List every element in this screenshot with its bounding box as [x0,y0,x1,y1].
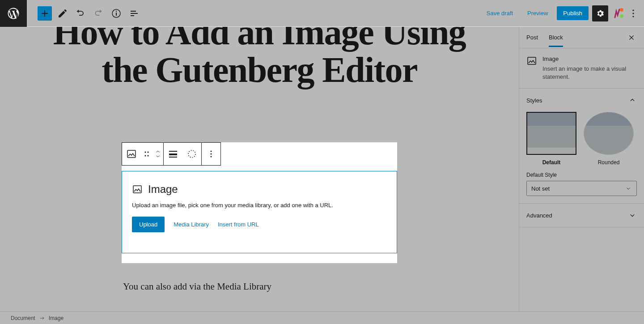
wordpress-icon [7,7,20,20]
style-label-rounded: Rounded [584,159,634,166]
dotted-circle-icon [186,149,197,159]
svg-rect-5 [131,15,134,16]
default-style-label: Default Style [526,172,637,178]
chevron-up-icon [155,149,161,154]
style-option-rounded[interactable]: Rounded [584,112,634,166]
default-style-select[interactable]: Not set [526,181,637,196]
dots-vertical-icon [206,149,216,159]
svg-point-13 [145,155,146,157]
tab-block[interactable]: Block [549,28,563,47]
image-icon [126,149,137,159]
placeholder-description: Upload an image file, pick one from your… [132,202,387,209]
style-preview-rounded [584,112,634,155]
upload-button[interactable]: Upload [132,217,165,232]
image-icon [526,55,537,66]
more-menu-button[interactable] [626,6,640,21]
chevron-down-icon [155,154,161,158]
svg-rect-3 [131,11,136,12]
style-label-default: Default [526,159,576,166]
chevron-down-icon [628,211,637,220]
close-sidebar-button[interactable] [626,32,637,43]
pencil-icon [57,8,68,19]
svg-point-19 [211,151,212,152]
style-option-default[interactable]: Default [526,112,576,166]
replace-button[interactable] [182,143,201,165]
insert-url-button[interactable]: Insert from URL [218,221,259,228]
block-description: Insert an image to make a visual stateme… [542,65,637,81]
edit-tool-button[interactable] [55,6,70,21]
paragraph-2[interactable]: You can also add via the Media Library [123,281,271,292]
svg-rect-1 [116,13,117,16]
svg-rect-15 [169,151,177,152]
svg-rect-10 [127,150,136,158]
block-type-info: Image Insert an image to make a visual s… [519,48,644,89]
svg-rect-4 [131,13,138,14]
block-type-button[interactable] [122,143,141,165]
svg-rect-2 [116,11,117,12]
svg-point-6 [632,9,634,11]
breadcrumb-image[interactable]: Image [49,315,64,321]
chevron-up-icon [628,96,637,105]
svg-point-8 [632,16,634,17]
styles-panel-toggle[interactable]: Styles [519,89,644,112]
chevron-down-icon [625,185,632,192]
breadcrumb-bar: Document Image [0,311,644,324]
editor-header: Save draft Preview Publish [0,0,644,27]
info-button[interactable] [109,6,123,21]
drag-icon [141,149,152,159]
settings-sidebar: Post Block Image Insert an image to make… [519,27,644,311]
close-icon [627,34,636,42]
undo-icon [75,8,86,19]
drag-handle[interactable] [141,143,153,165]
align-button[interactable] [164,143,182,165]
undo-button[interactable] [73,6,88,21]
media-library-button[interactable]: Media Library [174,221,209,228]
block-toolbar [122,142,221,166]
svg-rect-22 [133,186,141,193]
dots-vertical-icon [628,8,639,19]
save-draft-button[interactable]: Save draft [481,6,518,20]
align-icon [168,149,178,159]
list-icon [129,8,140,19]
sidebar-tabs: Post Block [519,27,644,48]
style-preview-default [526,112,576,155]
advanced-label: Advanced [526,212,552,219]
breadcrumb-document[interactable]: Document [11,315,35,321]
toolbar-right: Save draft Preview Publish [481,5,640,21]
svg-rect-9 [528,57,536,64]
svg-point-21 [211,156,212,158]
advanced-panel: Advanced [519,204,644,227]
settings-button[interactable] [592,5,608,21]
redo-icon [93,8,104,19]
svg-point-18 [188,150,195,158]
svg-point-7 [632,13,634,14]
advanced-panel-toggle[interactable]: Advanced [519,204,644,227]
block-name: Image [542,55,637,62]
publish-button[interactable]: Publish [557,6,589,20]
placeholder-title: Image [148,183,178,196]
svg-point-14 [148,155,149,157]
block-more-button[interactable] [202,143,220,165]
gear-icon [596,9,605,18]
styles-label: Styles [526,97,542,104]
svg-point-12 [148,152,149,153]
svg-point-11 [145,152,146,153]
info-icon [111,8,122,19]
outline-button[interactable] [127,6,141,21]
image-icon [132,184,143,195]
redo-button[interactable] [91,6,106,21]
plus-icon [39,8,50,19]
add-block-button[interactable] [38,6,52,21]
post-title[interactable]: How to Add an Image Using the Gutenberg … [0,27,519,89]
svg-rect-16 [169,153,177,155]
move-buttons[interactable] [153,143,163,165]
yoast-button[interactable] [612,8,623,19]
image-block-wrapper: Image Upload an image file, pick one fro… [122,142,397,253]
image-placeholder: Image Upload an image file, pick one fro… [122,171,397,253]
preview-button[interactable]: Preview [522,6,553,20]
default-style-value: Not set [531,185,550,192]
tab-post[interactable]: Post [526,28,538,47]
wordpress-logo[interactable] [0,0,27,27]
toolbar-left [27,6,141,21]
arrow-right-icon [39,315,45,321]
